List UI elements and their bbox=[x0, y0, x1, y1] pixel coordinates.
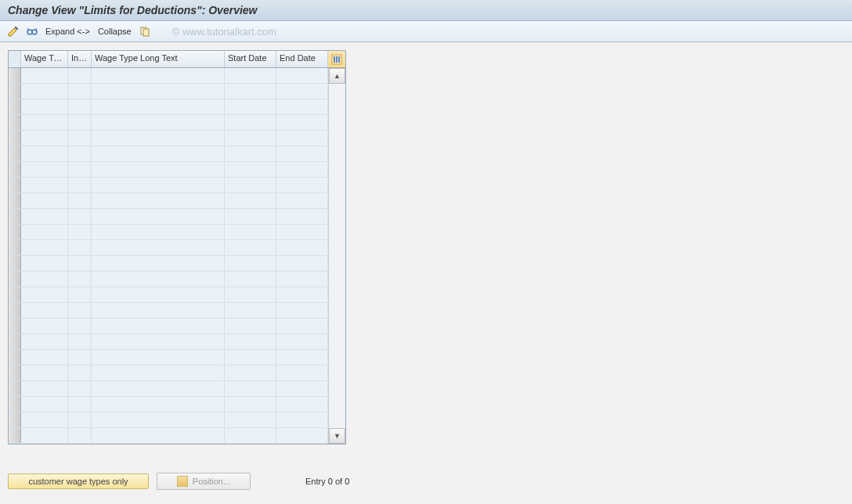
row-selector[interactable] bbox=[9, 412, 21, 427]
table-row[interactable] bbox=[9, 428, 328, 444]
table-row[interactable] bbox=[9, 162, 328, 178]
row-selector[interactable] bbox=[9, 68, 21, 83]
cell-end[interactable] bbox=[276, 350, 328, 365]
cell-inf[interactable] bbox=[68, 350, 92, 365]
cell-inf[interactable] bbox=[68, 287, 92, 302]
cell-start[interactable] bbox=[225, 131, 276, 146]
table-row[interactable] bbox=[9, 412, 328, 428]
cell-wage-long[interactable] bbox=[92, 240, 225, 255]
cell-wage-type[interactable] bbox=[21, 350, 68, 365]
table-row[interactable] bbox=[9, 115, 328, 131]
cell-end[interactable] bbox=[276, 397, 328, 412]
table-row[interactable] bbox=[9, 178, 328, 193]
collapse-button[interactable]: Collapse bbox=[96, 27, 133, 36]
cell-wage-long[interactable] bbox=[92, 365, 225, 380]
row-selector[interactable] bbox=[9, 84, 21, 99]
cell-wage-long[interactable] bbox=[92, 412, 225, 427]
table-row[interactable] bbox=[9, 240, 328, 256]
cell-start[interactable] bbox=[225, 84, 276, 99]
row-selector[interactable] bbox=[9, 131, 21, 146]
cell-wage-type[interactable] bbox=[21, 287, 68, 302]
scroll-track[interactable] bbox=[329, 84, 345, 428]
row-selector[interactable] bbox=[9, 178, 21, 193]
cell-wage-type[interactable] bbox=[21, 99, 68, 114]
col-header-wage-long[interactable]: Wage Type Long Text bbox=[92, 51, 225, 67]
cell-wage-type[interactable] bbox=[21, 397, 68, 412]
table-row[interactable] bbox=[9, 209, 328, 225]
cell-inf[interactable] bbox=[68, 84, 92, 99]
cell-end[interactable] bbox=[276, 162, 328, 177]
cell-end[interactable] bbox=[276, 225, 328, 239]
cell-wage-long[interactable] bbox=[92, 178, 225, 193]
cell-wage-long[interactable] bbox=[92, 84, 225, 99]
table-row[interactable] bbox=[9, 68, 328, 84]
cell-inf[interactable] bbox=[68, 365, 92, 380]
row-selector[interactable] bbox=[9, 381, 21, 396]
table-row[interactable] bbox=[9, 397, 328, 412]
cell-wage-type[interactable] bbox=[21, 131, 68, 146]
cell-inf[interactable] bbox=[68, 68, 92, 83]
scroll-down-icon[interactable]: ▼ bbox=[329, 428, 345, 444]
cell-end[interactable] bbox=[276, 319, 328, 333]
row-selector[interactable] bbox=[9, 365, 21, 380]
cell-start[interactable] bbox=[225, 209, 276, 224]
cell-start[interactable] bbox=[225, 319, 276, 333]
col-header-start[interactable]: Start Date bbox=[225, 51, 276, 67]
cell-start[interactable] bbox=[225, 225, 276, 239]
cell-end[interactable] bbox=[276, 381, 328, 396]
column-config-icon[interactable] bbox=[328, 51, 345, 67]
table-row[interactable] bbox=[9, 287, 328, 303]
row-selector[interactable] bbox=[9, 240, 21, 255]
cell-end[interactable] bbox=[276, 303, 328, 318]
cell-inf[interactable] bbox=[68, 303, 92, 318]
cell-end[interactable] bbox=[276, 412, 328, 427]
cell-start[interactable] bbox=[225, 365, 276, 380]
table-row[interactable] bbox=[9, 272, 328, 287]
row-selector[interactable] bbox=[9, 146, 21, 161]
position-button[interactable]: Position... bbox=[157, 473, 251, 490]
cell-wage-long[interactable] bbox=[92, 131, 225, 146]
cell-end[interactable] bbox=[276, 131, 328, 146]
cell-inf[interactable] bbox=[68, 193, 92, 208]
cell-wage-type[interactable] bbox=[21, 115, 68, 130]
cell-wage-type[interactable] bbox=[21, 193, 68, 208]
cell-wage-long[interactable] bbox=[92, 381, 225, 396]
cell-wage-long[interactable] bbox=[92, 225, 225, 239]
cell-start[interactable] bbox=[225, 115, 276, 130]
cell-wage-type[interactable] bbox=[21, 178, 68, 193]
pencil-icon[interactable] bbox=[6, 24, 20, 38]
cell-end[interactable] bbox=[276, 99, 328, 114]
cell-wage-type[interactable] bbox=[21, 428, 68, 443]
row-selector[interactable] bbox=[9, 397, 21, 412]
cell-wage-long[interactable] bbox=[92, 256, 225, 271]
cell-inf[interactable] bbox=[68, 272, 92, 286]
cell-start[interactable] bbox=[225, 146, 276, 161]
cell-start[interactable] bbox=[225, 397, 276, 412]
selector-header[interactable] bbox=[9, 51, 21, 67]
cell-inf[interactable] bbox=[68, 334, 92, 349]
cell-wage-type[interactable] bbox=[21, 162, 68, 177]
table-row[interactable] bbox=[9, 350, 328, 365]
cell-end[interactable] bbox=[276, 178, 328, 193]
row-selector[interactable] bbox=[9, 115, 21, 130]
cell-inf[interactable] bbox=[68, 146, 92, 161]
cell-inf[interactable] bbox=[68, 319, 92, 333]
row-selector[interactable] bbox=[9, 287, 21, 302]
cell-start[interactable] bbox=[225, 350, 276, 365]
cell-start[interactable] bbox=[225, 272, 276, 286]
cell-wage-type[interactable] bbox=[21, 84, 68, 99]
table-row[interactable] bbox=[9, 146, 328, 162]
cell-wage-long[interactable] bbox=[92, 99, 225, 114]
cell-end[interactable] bbox=[276, 68, 328, 83]
cell-wage-type[interactable] bbox=[21, 256, 68, 271]
cell-end[interactable] bbox=[276, 193, 328, 208]
cell-inf[interactable] bbox=[68, 240, 92, 255]
row-selector[interactable] bbox=[9, 334, 21, 349]
cell-wage-long[interactable] bbox=[92, 162, 225, 177]
cell-end[interactable] bbox=[276, 209, 328, 224]
cell-end[interactable] bbox=[276, 272, 328, 286]
expand-button[interactable]: Expand <-> bbox=[44, 27, 92, 36]
cell-wage-type[interactable] bbox=[21, 225, 68, 239]
cell-end[interactable] bbox=[276, 287, 328, 302]
row-selector[interactable] bbox=[9, 193, 21, 208]
